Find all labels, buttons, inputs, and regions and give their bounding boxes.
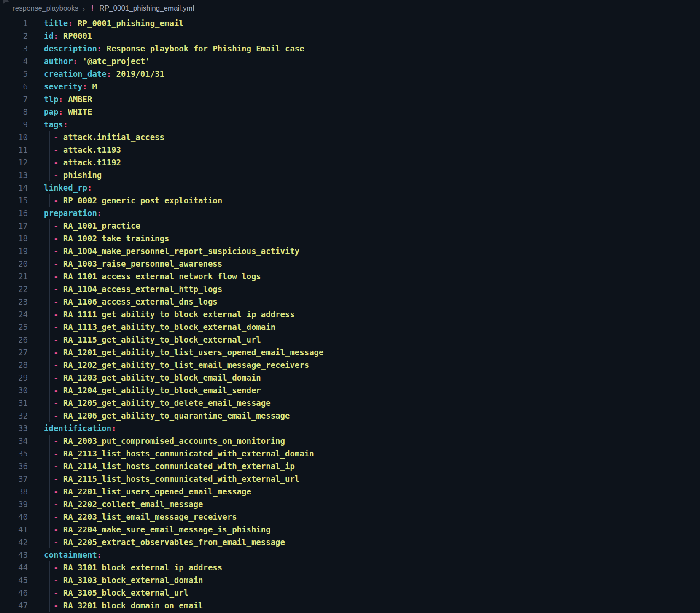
code-line[interactable]: 37- RA_2115_list_hosts_communicated_with…: [0, 473, 700, 485]
line-content[interactable]: - RA_1001_practice: [44, 219, 140, 232]
line-content[interactable]: - RA_1113_get_ability_to_block_external_…: [44, 321, 275, 333]
line-content[interactable]: severity: M: [44, 80, 97, 93]
line-number[interactable]: 12: [0, 156, 28, 169]
line-number[interactable]: 40: [0, 510, 28, 523]
line-number[interactable]: 22: [0, 283, 28, 295]
line-content[interactable]: - RA_2202_collect_email_message: [44, 498, 203, 510]
line-number[interactable]: 5: [0, 68, 28, 80]
line-content[interactable]: - RA_1004_make_personnel_report_suspicio…: [44, 245, 299, 257]
line-content[interactable]: tags:: [44, 118, 68, 131]
code-line[interactable]: 7tlp: AMBER: [0, 93, 700, 105]
line-content[interactable]: - RA_1205_get_ability_to_delete_email_me…: [44, 397, 271, 409]
line-content[interactable]: title: RP_0001_phishing_email: [44, 17, 184, 30]
line-number[interactable]: 41: [0, 523, 28, 536]
line-content[interactable]: - RA_1115_get_ability_to_block_external_…: [44, 333, 261, 346]
code-line[interactable]: 1title: RP_0001_phishing_email: [0, 17, 700, 30]
line-content[interactable]: - phishing: [44, 169, 102, 181]
line-number[interactable]: 4: [0, 55, 28, 68]
line-content[interactable]: - RA_2204_make_sure_email_message_is_phi…: [44, 523, 271, 536]
line-number[interactable]: 18: [0, 232, 28, 245]
code-line[interactable]: 29- RA_1203_get_ability_to_block_email_d…: [0, 371, 700, 384]
line-number[interactable]: 21: [0, 270, 28, 283]
line-number[interactable]: 10: [0, 131, 28, 143]
code-line[interactable]: 45- RA_3103_block_external_domain: [0, 574, 700, 586]
line-content[interactable]: - RA_1206_get_ability_to_quarantine_emai…: [44, 409, 290, 422]
line-content[interactable]: - RA_3103_block_external_domain: [44, 574, 203, 586]
code-line[interactable]: 41- RA_2204_make_sure_email_message_is_p…: [0, 523, 700, 536]
line-number[interactable]: 34: [0, 435, 28, 447]
line-content[interactable]: - RA_2115_list_hosts_communicated_with_e…: [44, 473, 299, 485]
line-content[interactable]: - RA_1106_access_external_dns_logs: [44, 295, 218, 308]
line-content[interactable]: identification:: [44, 422, 116, 435]
code-line[interactable]: 28- RA_1202_get_ability_to_list_email_me…: [0, 359, 700, 371]
code-line[interactable]: 2id: RP0001: [0, 30, 700, 42]
breadcrumb-folder[interactable]: response_playbooks: [13, 4, 78, 13]
line-number[interactable]: 9: [0, 118, 28, 131]
line-content[interactable]: - RA_2201_list_users_opened_email_messag…: [44, 485, 251, 498]
code-line[interactable]: 40- RA_2203_list_email_message_receivers: [0, 510, 700, 523]
code-line[interactable]: 14linked_rp:: [0, 181, 700, 194]
line-content[interactable]: - attack.t1193: [44, 143, 121, 156]
code-line[interactable]: 35- RA_2113_list_hosts_communicated_with…: [0, 447, 700, 460]
code-line[interactable]: 27- RA_1201_get_ability_to_list_users_op…: [0, 346, 700, 359]
code-line[interactable]: 31- RA_1205_get_ability_to_delete_email_…: [0, 397, 700, 409]
code-line[interactable]: 6severity: M: [0, 80, 700, 93]
line-number[interactable]: 6: [0, 80, 28, 93]
line-number[interactable]: 31: [0, 397, 28, 409]
line-content[interactable]: - RA_1002_take_trainings: [44, 232, 169, 245]
code-line[interactable]: 46- RA_3105_block_external_url: [0, 586, 700, 599]
line-content[interactable]: tlp: AMBER: [44, 93, 92, 105]
line-number[interactable]: 1: [0, 17, 28, 30]
line-number[interactable]: 47: [0, 599, 28, 612]
line-number[interactable]: 24: [0, 308, 28, 321]
line-content[interactable]: - RA_1003_raise_personnel_awareness: [44, 257, 222, 270]
code-line[interactable]: 5creation_date: 2019/01/31: [0, 68, 700, 80]
line-number[interactable]: 25: [0, 321, 28, 333]
line-number[interactable]: 23: [0, 295, 28, 308]
line-content[interactable]: - RA_3201_block_domain_on_email: [44, 599, 203, 612]
line-content[interactable]: - RP_0002_generic_post_exploitation: [44, 194, 222, 207]
line-number[interactable]: 30: [0, 384, 28, 397]
line-number[interactable]: 45: [0, 574, 28, 586]
line-number[interactable]: 27: [0, 346, 28, 359]
code-line[interactable]: 21- RA_1101_access_external_network_flow…: [0, 270, 700, 283]
code-line[interactable]: 47- RA_3201_block_domain_on_email: [0, 599, 700, 612]
code-line[interactable]: 39- RA_2202_collect_email_message: [0, 498, 700, 510]
line-content[interactable]: pap: WHITE: [44, 105, 92, 118]
code-line[interactable]: 32- RA_1206_get_ability_to_quarantine_em…: [0, 409, 700, 422]
line-number[interactable]: 13: [0, 169, 28, 181]
line-number[interactable]: 2: [0, 30, 28, 42]
line-number[interactable]: 11: [0, 143, 28, 156]
code-line[interactable]: 11- attack.t1193: [0, 143, 700, 156]
code-line[interactable]: 9tags:: [0, 118, 700, 131]
line-number[interactable]: 35: [0, 447, 28, 460]
code-line[interactable]: 13- phishing: [0, 169, 700, 181]
code-line[interactable]: 36- RA_2114_list_hosts_communicated_with…: [0, 460, 700, 473]
line-number[interactable]: 17: [0, 219, 28, 232]
code-line[interactable]: 43containment:: [0, 548, 700, 561]
line-content[interactable]: - RA_3105_block_external_url: [44, 586, 188, 599]
code-line[interactable]: 25- RA_1113_get_ability_to_block_externa…: [0, 321, 700, 333]
line-content[interactable]: linked_rp:: [44, 181, 92, 194]
line-number[interactable]: 39: [0, 498, 28, 510]
line-number[interactable]: 15: [0, 194, 28, 207]
code-line[interactable]: 15- RP_0002_generic_post_exploitation: [0, 194, 700, 207]
line-content[interactable]: - RA_1204_get_ability_to_block_email_sen…: [44, 384, 261, 397]
line-number[interactable]: 33: [0, 422, 28, 435]
line-number[interactable]: 8: [0, 105, 28, 118]
code-line[interactable]: 42- RA_2205_extract_observables_from_ema…: [0, 536, 700, 548]
code-line[interactable]: 18- RA_1002_take_trainings: [0, 232, 700, 245]
line-content[interactable]: - RA_1104_access_external_http_logs: [44, 283, 222, 295]
line-number[interactable]: 14: [0, 181, 28, 194]
code-line[interactable]: 20- RA_1003_raise_personnel_awareness: [0, 257, 700, 270]
line-number[interactable]: 7: [0, 93, 28, 105]
code-line[interactable]: 12- attack.t1192: [0, 156, 700, 169]
line-number[interactable]: 42: [0, 536, 28, 548]
code-line[interactable]: 8pap: WHITE: [0, 105, 700, 118]
line-content[interactable]: - RA_1202_get_ability_to_list_email_mess…: [44, 359, 309, 371]
code-line[interactable]: 4author: '@atc_project': [0, 55, 700, 68]
line-content[interactable]: author: '@atc_project': [44, 55, 150, 68]
line-content[interactable]: - RA_2203_list_email_message_receivers: [44, 510, 237, 523]
line-number[interactable]: 46: [0, 586, 28, 599]
line-content[interactable]: - RA_1203_get_ability_to_block_email_dom…: [44, 371, 261, 384]
